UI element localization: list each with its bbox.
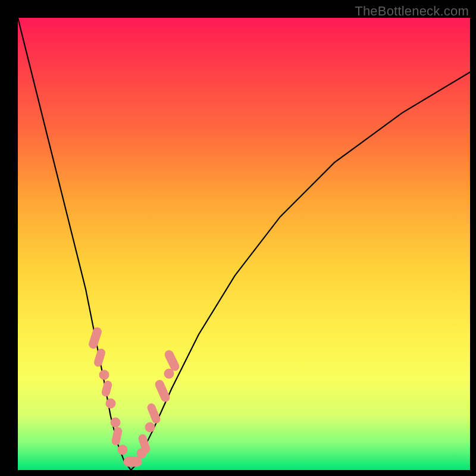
svg-rect-13 (154, 379, 171, 403)
svg-rect-12 (146, 403, 161, 424)
plot-area (18, 18, 470, 470)
svg-rect-0 (88, 327, 102, 350)
svg-point-11 (145, 422, 155, 432)
svg-point-14 (164, 369, 174, 378)
svg-rect-8 (124, 457, 142, 466)
curve-markers (88, 327, 180, 466)
svg-rect-15 (164, 349, 180, 372)
svg-rect-1 (93, 348, 106, 367)
svg-rect-6 (111, 427, 123, 446)
chart-frame: TheBottleneck.com (0, 0, 476, 476)
curve-path (18, 18, 470, 470)
svg-point-7 (118, 445, 127, 455)
svg-point-5 (111, 418, 120, 427)
svg-rect-3 (101, 380, 112, 397)
svg-point-2 (99, 370, 109, 380)
svg-point-4 (106, 399, 115, 408)
watermark-text: TheBottleneck.com (355, 4, 469, 19)
bottleneck-curve (18, 18, 470, 470)
